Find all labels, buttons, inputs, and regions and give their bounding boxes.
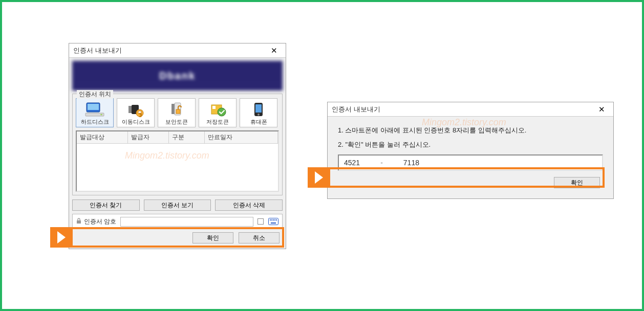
save-token-icon	[200, 101, 235, 118]
dialog-button-row: 확인 취소	[72, 232, 280, 243]
cancel-button[interactable]: 취소	[239, 232, 280, 243]
location-label: 보안토큰	[159, 118, 194, 126]
bank-banner: Dbank	[72, 61, 283, 91]
auth-code-part-b: 7118	[403, 159, 419, 167]
instruction-line-2: 2. "확인" 버튼을 눌러 주십시오.	[338, 140, 606, 149]
cert-password-row: 인증서 암호	[72, 214, 283, 229]
col-expire: 만료일자	[205, 131, 278, 143]
tutorial-frame: 인증서 내보내기 ✕ Dbank 인증서 위치 하드	[0, 0, 644, 311]
phone-icon	[241, 101, 276, 118]
delete-cert-button[interactable]: 인증서 삭제	[215, 199, 283, 211]
location-label: 저장토큰	[200, 118, 235, 126]
svg-rect-12	[212, 106, 216, 109]
auth-code-separator: -	[380, 159, 383, 167]
fieldset-legend: 인증서 위치	[77, 90, 113, 99]
auth-code-display: 4521 - 7118	[338, 154, 603, 171]
col-issuer: 발급자	[128, 131, 169, 143]
svg-rect-24	[271, 223, 276, 224]
security-token-icon	[159, 101, 194, 118]
lock-icon	[76, 218, 82, 226]
location-row: 하드디스크 이동디스크	[76, 98, 279, 127]
svg-rect-22	[274, 219, 275, 220]
virtual-keyboard-icon[interactable]	[268, 217, 279, 226]
svg-point-16	[257, 114, 260, 116]
svg-rect-20	[271, 219, 272, 220]
titlebar: 인증서 내보내기 ✕	[69, 43, 286, 58]
close-icon[interactable]: ✕	[594, 105, 609, 113]
close-icon[interactable]: ✕	[266, 47, 282, 54]
ok-button[interactable]: 확인	[192, 232, 233, 243]
dialog-button-row: 확인	[338, 177, 600, 188]
instruction-line-1: 1. 스마트폰에 아래에 표시된 인증번호 8자리를 입력해주십시오.	[338, 126, 606, 135]
cert-password-input[interactable]	[120, 217, 253, 227]
svg-rect-8	[171, 104, 175, 114]
location-movable-disk[interactable]: 이동디스크	[117, 98, 155, 127]
svg-rect-17	[77, 220, 81, 224]
location-phone[interactable]: 휴대폰	[240, 98, 277, 127]
titlebar: 인증서 내보내기 ✕	[328, 102, 613, 117]
harddisk-icon	[77, 101, 112, 118]
usb-icon	[118, 101, 153, 118]
callout-arrow-icon	[50, 227, 71, 248]
location-label: 하드디스크	[77, 118, 112, 126]
svg-rect-15	[255, 104, 262, 113]
location-save-token[interactable]: 저장토큰	[199, 98, 237, 127]
location-label: 이동디스크	[118, 118, 153, 126]
ok-button[interactable]: 확인	[554, 177, 600, 188]
password-label: 인증서 암호	[76, 217, 116, 226]
svg-rect-23	[276, 219, 277, 220]
dialog-body: 1. 스마트폰에 아래에 표시된 인증번호 8자리를 입력해주십시오. 2. "…	[328, 117, 613, 198]
callout-arrow-icon	[308, 167, 328, 188]
col-subject: 발급대상	[77, 131, 128, 143]
svg-rect-19	[270, 219, 271, 220]
auth-code-dialog: 인증서 내보내기 ✕ 1. 스마트폰에 아래에 표시된 인증번호 8자리를 입력…	[327, 102, 614, 199]
find-cert-button[interactable]: 인증서 찾기	[72, 199, 140, 211]
svg-rect-4	[128, 106, 132, 113]
cert-location-fieldset: 인증서 위치 하드디스크	[72, 94, 283, 195]
location-harddisk[interactable]: 하드디스크	[76, 98, 114, 127]
dialog-title: 인증서 내보내기	[332, 105, 380, 114]
cert-list[interactable]: 발급대상 발급자 구분 만료일자	[76, 130, 279, 192]
svg-rect-10	[176, 109, 180, 114]
auth-code-part-a: 4521	[344, 159, 360, 167]
cert-export-dialog: 인증서 내보내기 ✕ Dbank 인증서 위치 하드	[69, 43, 286, 249]
cert-action-row: 인증서 찾기 인증서 보기 인증서 삭제	[72, 199, 283, 211]
svg-point-3	[100, 114, 102, 115]
dialog-title: 인증서 내보내기	[73, 46, 122, 55]
location-label: 휴대폰	[241, 118, 276, 126]
svg-rect-1	[88, 104, 99, 110]
svg-point-13	[218, 108, 226, 116]
svg-rect-21	[273, 219, 274, 220]
list-header: 발급대상 발급자 구분 만료일자	[77, 131, 278, 144]
show-password-checkbox[interactable]	[257, 218, 264, 225]
banner-text: Dbank	[159, 70, 196, 82]
location-security-token[interactable]: 보안토큰	[158, 98, 196, 127]
svg-rect-18	[269, 218, 278, 225]
col-type: 구분	[169, 131, 205, 143]
view-cert-button[interactable]: 인증서 보기	[144, 199, 211, 211]
